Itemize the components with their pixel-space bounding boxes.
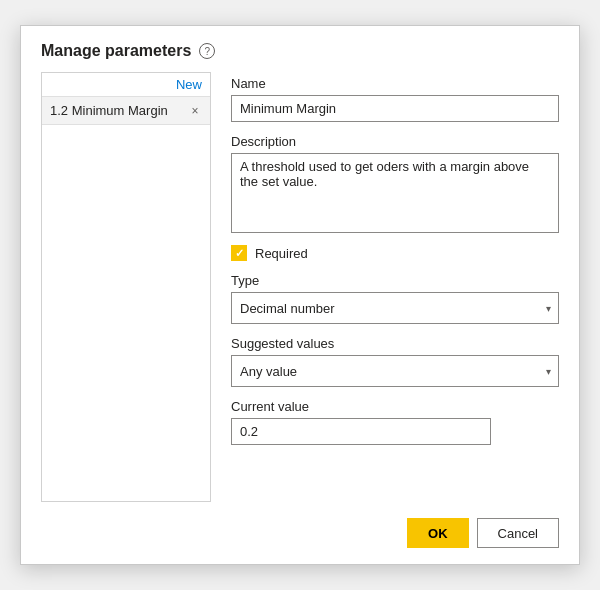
dialog-footer: OK Cancel (21, 502, 579, 564)
type-group: Type Decimal number Integer Text Date Bo… (231, 273, 559, 324)
current-value-input[interactable] (231, 418, 491, 445)
checkmark-icon: ✓ (235, 248, 244, 259)
dialog-header: Manage parameters ? (21, 26, 579, 72)
new-parameter-link[interactable]: New (176, 77, 202, 92)
name-input[interactable] (231, 95, 559, 122)
required-row: ✓ Required (231, 245, 559, 261)
current-value-label: Current value (231, 399, 559, 414)
type-label: Type (231, 273, 559, 288)
suggested-values-select[interactable]: Any value List of values (231, 355, 559, 387)
cancel-button[interactable]: Cancel (477, 518, 559, 548)
current-value-group: Current value (231, 399, 559, 445)
ok-button[interactable]: OK (407, 518, 469, 548)
left-panel-header: New (42, 73, 210, 97)
type-select-wrapper: Decimal number Integer Text Date Boolean… (231, 292, 559, 324)
suggested-values-group: Suggested values Any value List of value… (231, 336, 559, 387)
dialog-body: New 1.2 Minimum Margin × Name Descriptio… (21, 72, 579, 502)
close-parameter-icon[interactable]: × (188, 104, 202, 118)
manage-parameters-dialog: Manage parameters ? New 1.2 Minimum Marg… (20, 25, 580, 565)
description-group: Description A threshold used to get oder… (231, 134, 559, 233)
required-checkbox[interactable]: ✓ (231, 245, 247, 261)
right-panel: Name Description A threshold used to get… (231, 72, 559, 502)
type-select[interactable]: Decimal number Integer Text Date Boolean (231, 292, 559, 324)
suggested-values-label: Suggested values (231, 336, 559, 351)
left-panel: New 1.2 Minimum Margin × (41, 72, 211, 502)
suggested-values-select-wrapper: Any value List of values ▾ (231, 355, 559, 387)
parameter-item[interactable]: 1.2 Minimum Margin × (42, 97, 210, 125)
description-textarea[interactable]: A threshold used to get oders with a mar… (231, 153, 559, 233)
name-group: Name (231, 76, 559, 122)
description-label: Description (231, 134, 559, 149)
parameter-item-label: 1.2 Minimum Margin (50, 103, 168, 118)
dialog-title: Manage parameters (41, 42, 191, 60)
help-icon[interactable]: ? (199, 43, 215, 59)
required-label: Required (255, 246, 308, 261)
name-label: Name (231, 76, 559, 91)
